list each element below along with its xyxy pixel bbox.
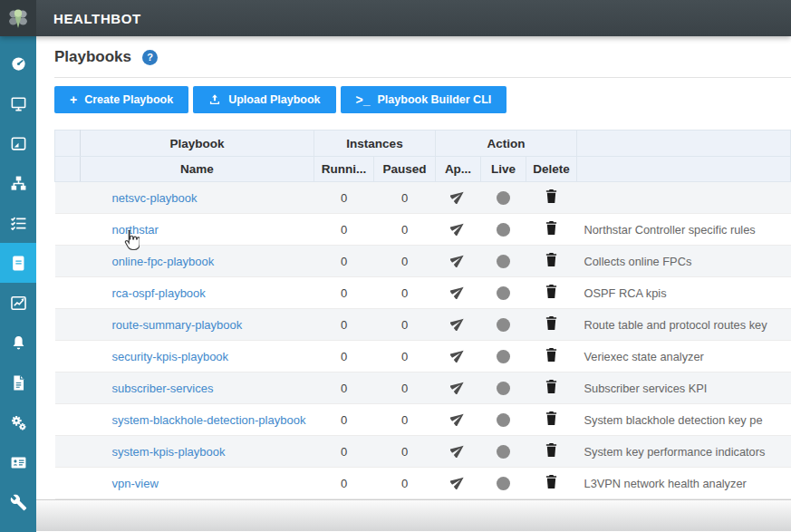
- sidebar-item-profile[interactable]: [0, 442, 36, 482]
- apply-send-icon[interactable]: [450, 189, 466, 207]
- sidebar-item-settings[interactable]: [0, 402, 36, 442]
- delete-trash-icon[interactable]: [545, 474, 558, 492]
- apply-send-icon[interactable]: [450, 347, 466, 365]
- column-header-delete: Delete: [526, 157, 577, 182]
- playbook-name-link[interactable]: vpn-view: [112, 477, 159, 490]
- table-row: rca-ospf-playbook 0 0 OSPF RCA kpis: [55, 277, 791, 309]
- live-status-icon[interactable]: [497, 477, 510, 490]
- live-status-icon[interactable]: [497, 286, 510, 300]
- delete-trash-icon[interactable]: [545, 315, 558, 334]
- apply-send-icon[interactable]: [450, 411, 466, 429]
- running-count: 0: [314, 309, 374, 341]
- sidebar-item-rules[interactable]: [0, 203, 36, 243]
- live-status-icon[interactable]: [497, 318, 510, 332]
- sidebar-item-charts[interactable]: [0, 283, 36, 323]
- playbook-name-link[interactable]: system-kpis-playbook: [112, 445, 226, 459]
- group-header-action: Action: [436, 131, 577, 157]
- table-row: vpn-view 0 0 L3VPN network health analyz…: [55, 468, 791, 499]
- live-status-icon[interactable]: [497, 413, 510, 427]
- row-spacer: [55, 246, 81, 277]
- row-spacer: [55, 214, 81, 246]
- table-row: online-fpc-playbook 0 0 Collects online …: [55, 246, 791, 277]
- table-group-header-row: Playbook Instances Action: [55, 131, 791, 157]
- paused-count: 0: [374, 404, 436, 436]
- delete-trash-icon[interactable]: [545, 411, 558, 429]
- column-header-paused[interactable]: Paused: [374, 157, 436, 182]
- live-status-icon[interactable]: [497, 223, 510, 237]
- apply-send-icon[interactable]: [450, 220, 466, 238]
- running-count: 0: [314, 436, 374, 468]
- row-spacer: [55, 372, 81, 404]
- rules-checklist-icon: [10, 215, 27, 232]
- sidebar-item-device-group[interactable]: [0, 123, 36, 163]
- live-status-icon[interactable]: [497, 191, 510, 205]
- sidebar-item-playbooks[interactable]: [0, 243, 36, 283]
- playbook-description: [577, 182, 791, 214]
- column-header-name[interactable]: Name: [81, 157, 314, 182]
- playbook-name-link[interactable]: security-kpis-playbook: [112, 350, 229, 363]
- sidebar-item-reports[interactable]: [0, 363, 36, 402]
- delete-trash-icon[interactable]: [545, 442, 558, 460]
- admin-wrench-icon: [10, 494, 27, 511]
- table-row: route-summary-playbook 0 0 Route table a…: [55, 309, 791, 341]
- apply-send-icon[interactable]: [450, 315, 466, 334]
- row-spacer: [55, 182, 81, 214]
- running-count: 0: [314, 214, 374, 246]
- group-header-spacer: [55, 131, 81, 157]
- paused-count: 0: [374, 468, 436, 499]
- column-header-description: [577, 157, 791, 182]
- playbook-name-link[interactable]: system-blackhole-detection-playbook: [112, 413, 306, 427]
- apply-send-icon[interactable]: [450, 284, 466, 302]
- running-count: 0: [314, 341, 374, 372]
- delete-trash-icon[interactable]: [545, 379, 558, 397]
- main-content: Playbooks ? + Create Playbook Upload Pla…: [36, 36, 791, 532]
- settings-gears-icon: [10, 414, 27, 431]
- playbook-builder-cli-button[interactable]: >_ Playbook Builder CLI: [341, 86, 507, 113]
- playbook-description: OSPF RCA kpis: [577, 277, 791, 309]
- apply-send-icon[interactable]: [450, 474, 466, 492]
- playbook-name-link[interactable]: subscriber-services: [112, 382, 214, 395]
- alarms-bell-icon: [10, 334, 27, 352]
- table-row: subscriber-services 0 0 Subscriber servi…: [55, 372, 791, 404]
- sidebar-item-admin[interactable]: [0, 482, 36, 522]
- apply-send-icon[interactable]: [450, 379, 466, 397]
- playbook-name-link[interactable]: northstar: [112, 223, 159, 237]
- sidebar-item-topology[interactable]: [0, 163, 36, 203]
- playbook-description: Collects online FPCs: [577, 246, 791, 277]
- playbook-description: Northstar Controller specific rules: [577, 214, 791, 246]
- upload-playbook-button[interactable]: Upload Playbook: [193, 86, 335, 113]
- playbook-name-link[interactable]: rca-ospf-playbook: [112, 286, 206, 300]
- delete-trash-icon[interactable]: [545, 284, 558, 302]
- sidebar-item-dashboard[interactable]: [0, 44, 36, 83]
- row-spacer: [55, 341, 81, 372]
- running-count: 0: [314, 182, 374, 214]
- live-status-icon[interactable]: [497, 445, 510, 459]
- terminal-icon: >_: [356, 93, 371, 106]
- delete-trash-icon[interactable]: [545, 252, 558, 270]
- create-playbook-button[interactable]: + Create Playbook: [54, 86, 188, 113]
- delete-trash-icon[interactable]: [545, 189, 558, 207]
- live-status-icon[interactable]: [497, 350, 510, 363]
- column-header-running[interactable]: Runni...: [314, 157, 374, 182]
- apply-send-icon[interactable]: [450, 442, 466, 460]
- playbook-description: Veriexec state analyzer: [577, 341, 791, 372]
- playbooks-table: Playbook Instances Action Name Runni... …: [54, 130, 791, 499]
- live-status-icon[interactable]: [497, 382, 510, 395]
- playbook-name-link[interactable]: route-summary-playbook: [112, 318, 243, 332]
- delete-trash-icon[interactable]: [545, 220, 558, 238]
- help-icon[interactable]: ?: [142, 50, 158, 65]
- apply-send-icon[interactable]: [450, 252, 466, 270]
- playbook-description: Route table and protocol routes key: [577, 309, 791, 341]
- running-count: 0: [314, 246, 374, 277]
- playbook-name-link[interactable]: netsvc-playbook: [112, 191, 198, 205]
- table-row: security-kpis-playbook 0 0 Veriexec stat…: [55, 341, 791, 372]
- app-title: HEALTHBOT: [36, 11, 141, 26]
- delete-trash-icon[interactable]: [545, 347, 558, 365]
- table-row: netsvc-playbook 0 0: [55, 182, 791, 214]
- page-bottom-gradient: [36, 499, 791, 531]
- sidebar-item-alarms[interactable]: [0, 323, 36, 363]
- live-status-icon[interactable]: [497, 255, 510, 268]
- sidebar-item-monitor[interactable]: [0, 83, 36, 123]
- toolbar: + Create Playbook Upload Playbook >_ Pla…: [54, 86, 791, 113]
- playbook-name-link[interactable]: online-fpc-playbook: [112, 255, 215, 268]
